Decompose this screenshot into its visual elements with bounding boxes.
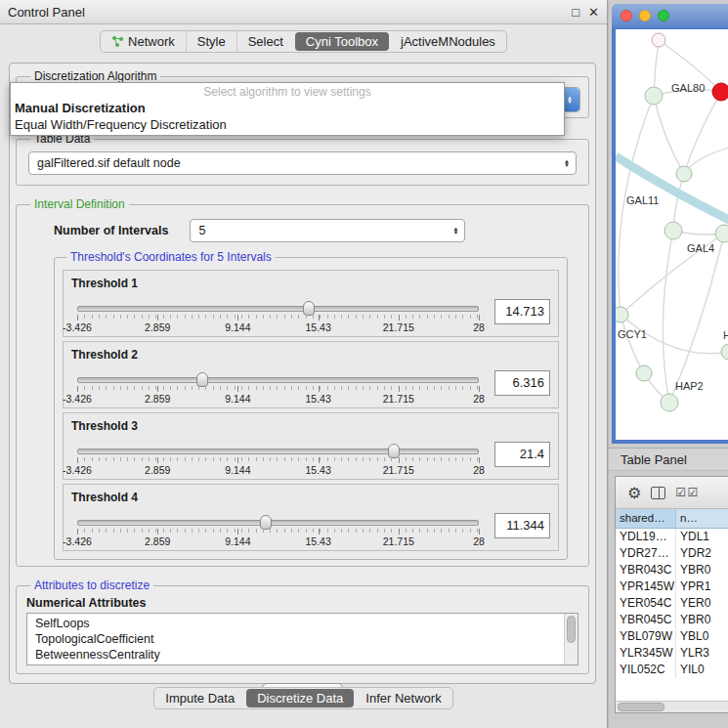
network-edge[interactable] bbox=[669, 234, 724, 403]
threshold-value-field[interactable]: 6.316 bbox=[494, 370, 550, 396]
tick-label: 28 bbox=[473, 321, 485, 333]
list-item[interactable]: BetweennessCentrality bbox=[35, 647, 578, 663]
slider-thumb-icon[interactable] bbox=[196, 372, 208, 387]
network-edge[interactable] bbox=[684, 92, 721, 174]
tab-style[interactable]: Style bbox=[186, 31, 236, 52]
list-item[interactable]: SelfLoops bbox=[35, 616, 578, 631]
network-node[interactable] bbox=[676, 166, 692, 182]
tab-discretize-data[interactable]: Discretize Data bbox=[246, 689, 354, 707]
tab-select[interactable]: Select bbox=[236, 31, 294, 52]
cell-shared-name: YBL079W bbox=[616, 628, 676, 645]
tick-label: 28 bbox=[473, 535, 485, 547]
combobox-arrows-icon[interactable]: ▲▼ bbox=[562, 159, 572, 167]
popup-option-manual-discretization[interactable]: Manual Discretization bbox=[11, 100, 564, 116]
table-row[interactable]: YPR145WYPR1 bbox=[616, 578, 728, 595]
checkbox-icons[interactable]: ☑ ☑ bbox=[675, 486, 697, 499]
table-data-combobox[interactable]: galFiltered.sif default node ▲▼ bbox=[28, 151, 577, 175]
control-panel-titlebar[interactable]: Control Panel □ ✕ bbox=[0, 0, 607, 24]
network-node[interactable] bbox=[712, 83, 728, 101]
threshold-value-field[interactable]: 11.344 bbox=[494, 513, 550, 538]
column-header-shared-name[interactable]: shared… bbox=[616, 509, 676, 528]
columns-icon[interactable] bbox=[651, 487, 665, 499]
tick-label: -3.426 bbox=[63, 321, 92, 333]
network-edge[interactable] bbox=[616, 156, 728, 223]
slider-track[interactable] bbox=[77, 377, 479, 383]
tick-label: 15.43 bbox=[305, 393, 330, 405]
table-row[interactable]: YDL19…YDL1 bbox=[616, 529, 728, 545]
tab-network[interactable]: Network bbox=[101, 31, 186, 52]
node-label: H bbox=[723, 329, 728, 341]
cell-name: YBL0 bbox=[676, 628, 728, 645]
popup-option-equal-width-frequency[interactable]: Equal Width/Frequency Discretization bbox=[11, 116, 564, 133]
network-edge[interactable] bbox=[663, 231, 673, 403]
major-tick bbox=[399, 386, 400, 392]
minimize-traffic-light-icon[interactable] bbox=[639, 10, 651, 21]
network-view-window: GAL80GAL11GAL4GCY1HAP2H bbox=[612, 4, 728, 444]
network-node[interactable] bbox=[636, 365, 652, 381]
network-node[interactable] bbox=[645, 87, 663, 105]
threshold-value-field[interactable]: 14.713 bbox=[494, 299, 550, 324]
scrollbar-thumb[interactable] bbox=[618, 703, 664, 711]
table-panel-window: ⚙ ☑ ☑ shared… n… YDL19…YDL1YDR27…YDR2YBR… bbox=[615, 476, 728, 713]
table-row[interactable]: YDR27…YDR2 bbox=[616, 545, 728, 562]
horizontal-scrollbar[interactable] bbox=[616, 701, 728, 712]
cell-shared-name: YDL19… bbox=[616, 529, 676, 545]
network-window-titlebar[interactable] bbox=[612, 4, 728, 27]
network-node[interactable] bbox=[664, 222, 682, 239]
major-tick bbox=[237, 386, 238, 392]
slider-thumb-icon[interactable] bbox=[303, 301, 315, 316]
network-node[interactable] bbox=[661, 394, 678, 411]
threshold-slider[interactable]: -3.4262.8599.14415.4321.71528 bbox=[77, 442, 479, 476]
threshold-slider[interactable]: -3.4262.8599.14415.4321.71528 bbox=[77, 299, 479, 333]
major-tick bbox=[319, 529, 320, 535]
attributes-scrollbar[interactable] bbox=[564, 614, 578, 664]
cell-name: YBR0 bbox=[676, 612, 728, 628]
threshold-value-field[interactable]: 21.4 bbox=[494, 442, 550, 467]
network-node[interactable] bbox=[616, 307, 628, 322]
column-header-name[interactable]: n… bbox=[676, 509, 728, 528]
major-tick bbox=[157, 386, 158, 392]
network-canvas[interactable]: GAL80GAL11GAL4GCY1HAP2H bbox=[616, 29, 728, 440]
table-toolbar: ⚙ ☑ ☑ bbox=[616, 477, 728, 509]
numerical-attributes-list[interactable]: SelfLoopsTopologicalCoefficientBetweenne… bbox=[26, 613, 578, 665]
slider-track[interactable] bbox=[77, 306, 479, 312]
number-of-intervals-combobox[interactable]: 5 ▲▼ bbox=[190, 219, 465, 242]
network-node[interactable] bbox=[652, 33, 665, 47]
tick-label: 2.859 bbox=[145, 321, 170, 333]
table-row[interactable]: YBL079WYBL0 bbox=[616, 628, 728, 645]
network-node[interactable] bbox=[715, 225, 728, 242]
tab-cyni-toolbox[interactable]: Cyni Toolbox bbox=[295, 32, 389, 51]
list-item[interactable]: TopologicalCoefficient bbox=[35, 631, 578, 647]
slider-thumb-icon[interactable] bbox=[388, 444, 400, 458]
table-row[interactable]: YER054CYER0 bbox=[616, 595, 728, 612]
table-row[interactable]: YBR043CYBR0 bbox=[616, 562, 728, 578]
tab-jactivemnodules[interactable]: jActiveMNodules bbox=[390, 31, 506, 52]
network-edge[interactable] bbox=[654, 96, 684, 174]
slider-tick-labels: -3.4262.8599.14415.4321.71528 bbox=[77, 535, 479, 547]
numerical-attributes-label: Numerical Attributes bbox=[26, 596, 578, 610]
table-row[interactable]: YLR345WYLR3 bbox=[616, 645, 728, 662]
close-icon[interactable]: ✕ bbox=[588, 5, 599, 20]
major-tick bbox=[479, 386, 480, 392]
threshold-slider[interactable]: -3.4262.8599.14415.4321.71528 bbox=[77, 513, 479, 547]
tab-infer-network[interactable]: Infer Network bbox=[355, 688, 451, 708]
slider-track[interactable] bbox=[77, 449, 479, 454]
major-tick bbox=[399, 315, 400, 321]
top-tab-bar: NetworkStyleSelectCyni ToolboxjActiveMNo… bbox=[0, 30, 607, 53]
zoom-traffic-light-icon[interactable] bbox=[658, 10, 669, 21]
table-row[interactable]: YBR045CYBR0 bbox=[616, 612, 728, 628]
tab-impute-data[interactable]: Impute Data bbox=[154, 688, 245, 708]
table-panel-title: Table Panel bbox=[621, 452, 687, 467]
minimize-icon[interactable]: □ bbox=[572, 5, 579, 20]
tick-label: -3.426 bbox=[63, 535, 92, 547]
gear-icon[interactable]: ⚙ bbox=[627, 484, 641, 502]
bottom-tab-group: Impute DataDiscretize DataInfer Network bbox=[153, 687, 452, 709]
close-traffic-light-icon[interactable] bbox=[621, 10, 632, 21]
network-node[interactable] bbox=[721, 344, 728, 360]
table-row[interactable]: YIL052CYIL0 bbox=[616, 662, 728, 678]
slider-track[interactable] bbox=[77, 520, 479, 526]
slider-thumb-icon[interactable] bbox=[260, 515, 272, 530]
combobox-arrows-icon[interactable]: ▲▼ bbox=[450, 227, 460, 235]
threshold-slider[interactable]: -3.4262.8599.14415.4321.71528 bbox=[77, 370, 479, 405]
scrollbar-thumb[interactable] bbox=[567, 616, 576, 643]
